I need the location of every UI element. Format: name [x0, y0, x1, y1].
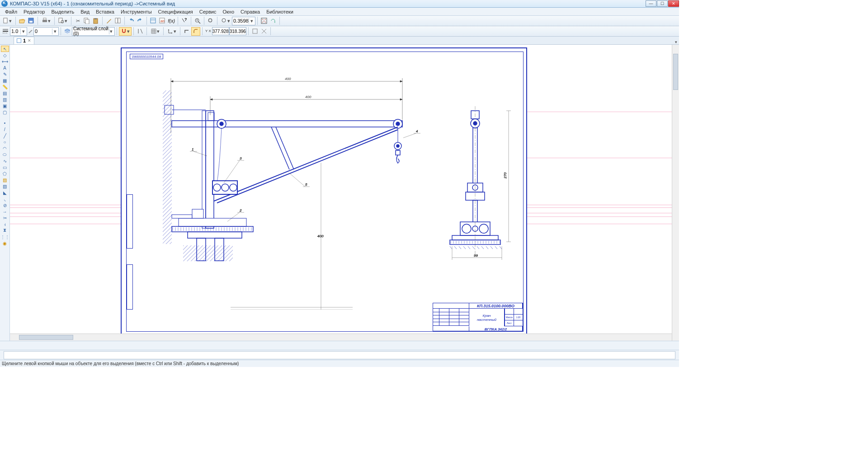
command-input[interactable] — [4, 351, 675, 359]
proj-tool[interactable]: ◉ — [1, 240, 9, 246]
polygon-tool[interactable]: ⬠ — [1, 170, 9, 177]
menu-insert[interactable]: Вставка — [93, 8, 118, 15]
menu-libraries[interactable]: Библиотеки — [263, 8, 297, 15]
fillet-tool[interactable]: ◟ — [1, 196, 9, 202]
report-tool[interactable]: ▥ — [1, 96, 9, 103]
step-combo[interactable]: 0 ▾ — [33, 27, 59, 36]
cut-button[interactable]: ✂ — [73, 17, 82, 25]
layer-manager-button[interactable] — [63, 27, 72, 36]
param-tool[interactable]: ▦ — [1, 77, 9, 84]
rect-tool[interactable]: ▭ — [1, 164, 9, 170]
document-icon — [17, 38, 21, 43]
spline-tool[interactable]: ∿ — [1, 158, 9, 164]
coord-x[interactable]: 377.928 — [212, 27, 229, 35]
menu-file[interactable]: Файл — [2, 8, 20, 15]
brush-button[interactable] — [104, 17, 113, 25]
menu-view[interactable]: Вид — [77, 8, 93, 15]
zoom-scale-button[interactable]: ▾ — [219, 17, 232, 25]
extend-tool[interactable]: → — [1, 208, 9, 215]
properties-button[interactable] — [113, 17, 123, 25]
copy-button[interactable] — [82, 17, 91, 25]
grid-button[interactable]: ▾ — [149, 27, 161, 36]
spec-tool[interactable]: ▤ — [1, 90, 9, 96]
menu-tools[interactable]: Инструменты — [118, 8, 155, 15]
minimize-button[interactable]: — — [646, 0, 656, 7]
close-button[interactable]: ✕ — [668, 0, 679, 7]
svg-rect-65 — [192, 209, 203, 218]
hatch-tool[interactable]: ▨ — [1, 177, 9, 183]
fx-button[interactable]: f(x) — [167, 17, 176, 25]
line-tool[interactable]: / — [1, 126, 9, 132]
variables-button[interactable]: ab — [158, 17, 167, 25]
offset-tool[interactable]: ⫞ — [1, 221, 9, 227]
measure-tool[interactable]: 📏 — [1, 84, 9, 90]
undo-button[interactable] — [127, 17, 136, 25]
layer-combo[interactable]: Системный слой (0) ▾ — [72, 27, 115, 36]
circle-tool[interactable]: ○ — [1, 139, 9, 145]
edit-tool[interactable]: ✎ — [1, 71, 9, 77]
fill-tool[interactable]: ▧ — [1, 183, 9, 189]
drawing-canvas[interactable]: 090000010544.09 400 — [10, 45, 672, 334]
insert-tool[interactable]: ▣ — [1, 103, 9, 109]
array-tool[interactable]: ⋮⋮ — [1, 234, 9, 240]
scrollbar-horizontal[interactable] — [10, 334, 672, 341]
step-button[interactable] — [27, 27, 33, 36]
menu-service[interactable]: Сервис — [196, 8, 220, 15]
menu-window[interactable]: Окно — [219, 8, 237, 15]
linewidth-combo[interactable]: 1.0 ▾ — [10, 27, 27, 36]
save-button[interactable] — [27, 17, 36, 25]
scrollbar-thumb[interactable] — [19, 335, 73, 340]
mirror-tool[interactable]: ⧗ — [1, 227, 9, 234]
style-button[interactable] — [1, 27, 10, 36]
print-button[interactable]: ▾ — [40, 17, 52, 25]
refresh-button[interactable] — [269, 17, 278, 25]
redo-button[interactable] — [136, 17, 145, 25]
zoom-window-button[interactable] — [206, 17, 215, 25]
menu-help[interactable]: Справка — [237, 8, 263, 15]
tool-b-button[interactable] — [259, 27, 269, 36]
menu-select[interactable]: Выделить — [48, 8, 77, 15]
menu-spec[interactable]: Спецификация — [155, 8, 196, 15]
text-tool[interactable]: A — [1, 65, 9, 71]
document-tabs: 1 ✕ ▾ — [0, 37, 679, 45]
scrollbar-thumb[interactable] — [673, 54, 678, 90]
ellipse-tool[interactable]: ⬭ — [1, 151, 9, 158]
menu-editor[interactable]: Редактор — [20, 8, 48, 15]
ortho-button[interactable] — [182, 27, 191, 36]
paste-button[interactable] — [91, 17, 100, 25]
new-button[interactable]: ▾ — [1, 17, 14, 25]
zoom-in-button[interactable]: + — [193, 17, 202, 25]
select-tool[interactable]: ↖ — [1, 46, 9, 52]
manager-button[interactable] — [149, 17, 158, 25]
svg-line-19 — [198, 22, 200, 24]
lcs-button[interactable]: ▾ — [165, 27, 178, 36]
para-perp-button[interactable] — [136, 27, 145, 36]
trim-tool[interactable]: ✂ — [1, 215, 9, 221]
zoom-fit-button[interactable] — [259, 17, 269, 25]
context-help-button[interactable]: ? — [180, 17, 189, 25]
line2-tool[interactable]: ╱ — [1, 132, 9, 139]
document-tab-1[interactable]: 1 ✕ — [14, 37, 34, 44]
break-tool[interactable]: ⊘ — [1, 202, 9, 208]
scrollbar-vertical[interactable] — [672, 45, 679, 341]
title-block: КП.315.0100.000ВО Кран — [433, 303, 523, 331]
preview-button[interactable]: ▾ — [57, 17, 69, 25]
titleblock-code: КП.315.0100.000ВО — [469, 303, 523, 308]
arc-tool[interactable]: ◠ — [1, 145, 9, 151]
tool-a-button[interactable] — [250, 27, 259, 36]
views-tool[interactable]: ▢ — [1, 109, 9, 115]
dimension-tool[interactable]: ⟷ — [1, 58, 9, 65]
geometry-tool[interactable]: ◇ — [1, 52, 9, 58]
zoom-combo[interactable]: 0.3598 ▾ — [232, 17, 255, 25]
snap-button[interactable]: ▾ — [119, 27, 132, 36]
coord-y[interactable]: 318.396 — [229, 27, 246, 35]
chamfer-tool[interactable]: ◣ — [1, 189, 9, 196]
app-icon — [1, 0, 8, 7]
open-button[interactable] — [18, 17, 27, 25]
tabs-expand-button[interactable]: ▾ — [675, 40, 677, 44]
binding-strip — [127, 194, 133, 249]
maximize-button[interactable]: ☐ — [657, 0, 668, 7]
close-tab-icon[interactable]: ✕ — [28, 38, 31, 43]
point-tool[interactable]: • — [1, 120, 9, 126]
round-button[interactable] — [191, 27, 200, 36]
